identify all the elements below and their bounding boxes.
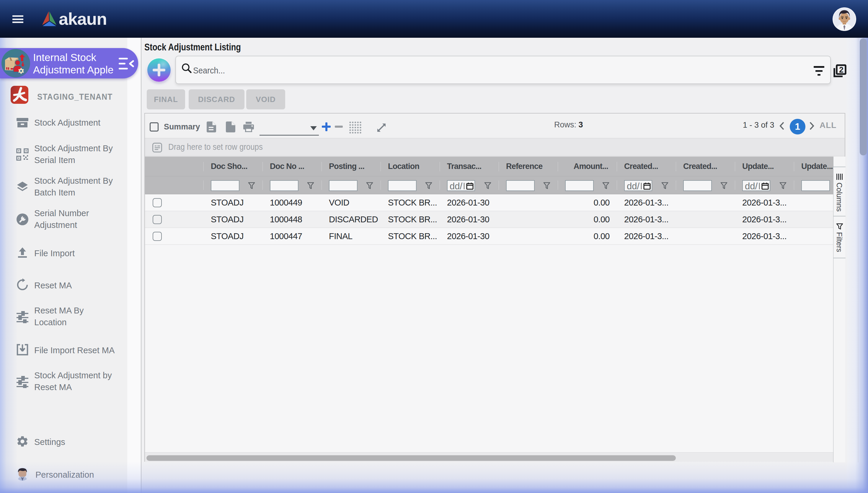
- svg-text:2: 2: [839, 65, 844, 74]
